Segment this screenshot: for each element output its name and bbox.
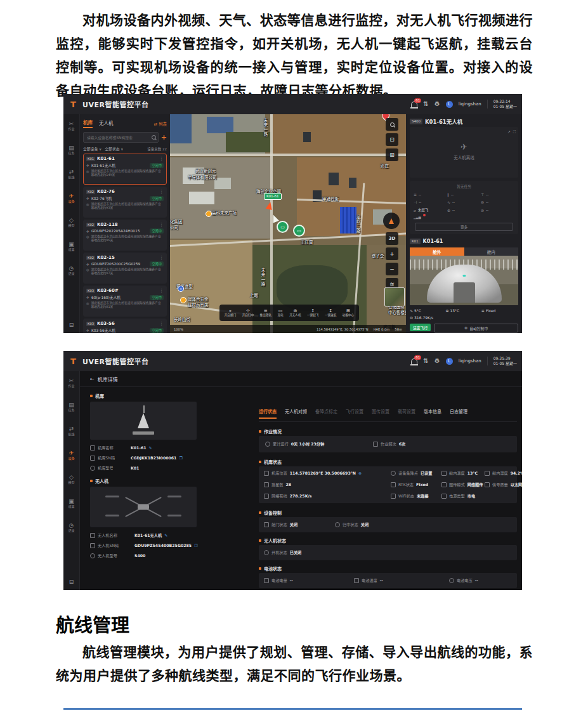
more-menu-icon[interactable]: ⋮: [159, 288, 164, 293]
function-center-button[interactable]: ⊞功能中心: [343, 308, 354, 317]
search-input[interactable]: [86, 135, 152, 140]
tab-flight-settings[interactable]: 飞行设置: [346, 408, 363, 419]
hangar-camera-view[interactable]: [410, 256, 518, 305]
nav-devices[interactable]: ✈设备: [63, 193, 79, 203]
nav-routes[interactable]: ⇄航线: [63, 426, 79, 436]
auto-control-button[interactable]: ⚙自动控制中: [434, 324, 518, 332]
map-zoom-out-button[interactable]: −: [386, 263, 398, 275]
results-icon: ▣: [63, 241, 79, 247]
map-label-street: 长岭山街: [174, 317, 190, 322]
poi-close[interactable]: ×: [178, 286, 184, 292]
data-transfer-icon[interactable]: ⇅: [423, 101, 428, 107]
tab-run-status[interactable]: 运行状态: [259, 408, 277, 419]
share-icon[interactable]: ↗: [507, 129, 511, 135]
fullscreen-icon[interactable]: ⛶: [513, 129, 516, 135]
nav-bottom[interactable]: ⊟: [63, 579, 79, 585]
tab-hangar[interactable]: 机库: [83, 119, 93, 128]
device-card[interactable]: K02K02-15⋮ ✈GDU9PZ20S200C25G0259空闲中 ◎湖北省…: [83, 253, 167, 284]
minimap[interactable]: [384, 287, 405, 306]
status-badge: 空闲中: [150, 261, 164, 266]
drone-video-placeholder[interactable]: ↗ ⛶ ✈ 无人机离线: [410, 127, 518, 178]
nav-results[interactable]: ▣成果: [63, 498, 79, 508]
copy-icon[interactable]: ❐: [179, 456, 182, 460]
more-menu-icon[interactable]: ⋮: [159, 321, 164, 326]
map-zoom-in-button[interactable]: +: [386, 247, 398, 260]
nav-routes[interactable]: ⇄航线: [63, 169, 79, 179]
hangar-photo: [90, 402, 197, 440]
map-compass[interactable]: [383, 213, 400, 229]
edit-icon[interactable]: ✎: [164, 533, 167, 537]
nav-tasks[interactable]: ▤任务: [63, 145, 79, 155]
poi-dot[interactable]: [206, 211, 212, 217]
nav-models[interactable]: ◇模型: [63, 474, 79, 484]
power-drone-button[interactable]: ⊜开无人机: [289, 308, 301, 317]
map-measure-dist-button[interactable]: ⊞: [386, 148, 398, 161]
device-card[interactable]: K01K01-61⋮ ✈K01-61无人机空闲中 ◎湖北省武汉市洪山区左岭街道光…: [83, 154, 167, 185]
tab-drone[interactable]: 无人机: [99, 119, 114, 128]
status-badge: 空闲中: [150, 196, 164, 201]
nav-records[interactable]: ◷记录: [63, 522, 79, 532]
center-button[interactable]: ⊹开启归中: [242, 308, 254, 317]
tab-log-mgmt[interactable]: 日志管理: [450, 408, 467, 419]
takeoff-button[interactable]: ↥一键起飞: [307, 308, 318, 317]
open-door-button[interactable]: ⌅开启舱门: [225, 308, 236, 317]
tab-video-settings[interactable]: 图传设置: [372, 408, 389, 419]
tab-cam-outside[interactable]: 舱外: [410, 247, 464, 256]
tab-payload-settings[interactable]: 载荷设置: [398, 408, 415, 419]
poi-dot[interactable]: [180, 297, 186, 303]
notifications-bell-icon[interactable]: 61: [411, 102, 417, 107]
nav-bottom[interactable]: ⊟: [63, 322, 79, 328]
nav-jobs[interactable]: ✂作业: [63, 121, 79, 131]
drone-icon: ✈: [86, 196, 89, 201]
notifications-bell-icon[interactable]: 61: [411, 358, 417, 364]
nav-jobs[interactable]: ✂作业: [63, 378, 79, 388]
settings-gear-icon[interactable]: ⚙: [434, 358, 440, 364]
filter-all-status[interactable]: 全部状态 ∨: [105, 146, 123, 152]
gps-icon: ⊕: [447, 208, 450, 213]
tab-pairing[interactable]: 无人机对频: [285, 408, 307, 419]
target-icon[interactable]: ⊕: [358, 471, 362, 475]
more-menu-icon[interactable]: ⋮: [159, 222, 164, 227]
charge-button[interactable]: ▭充电: [277, 308, 283, 317]
satellite-map[interactable]: 未来一路 武汉新创元 半导体有限公司 海创企业空间 高科未来广场 甲铺岭街 邓庄…: [170, 114, 406, 333]
nav-devices[interactable]: ✈设备: [63, 450, 79, 460]
drone-map-tag[interactable]: K01-61: [264, 193, 282, 200]
settings-gear-icon[interactable]: ⚙: [434, 101, 440, 107]
hangar-marker[interactable]: ▭: [293, 225, 305, 237]
telemetry-more-button[interactable]: 更多: [415, 223, 513, 231]
device-card[interactable]: K03K03-56⋮ ✈K03-56无人机空闲中: [83, 319, 167, 333]
rail-out-button[interactable]: ≡推出滑轨: [260, 308, 271, 317]
add-device-button[interactable]: +: [161, 133, 167, 141]
tab-cam-inside[interactable]: 舱内: [464, 247, 519, 256]
map-measure-area-button[interactable]: ⊡: [386, 133, 398, 146]
device-card[interactable]: K02K02-76⋮ ✈K02-76飞机空闲中 ◎湖北省武汉市洪山区左岭街道光谷…: [83, 187, 167, 218]
filter-all-devices[interactable]: 全部设备 ∨: [83, 146, 101, 152]
more-menu-icon[interactable]: ⋮: [159, 156, 164, 161]
device-card[interactable]: K03K03-60#⋮ ✈60(p-160)无人机空闲中 ◎湖北省武汉市洪山区左…: [83, 286, 167, 317]
drone-title: K01-61无人机: [425, 117, 462, 125]
return-home-button[interactable]: ↧一键返航: [325, 308, 336, 317]
back-arrow-icon[interactable]: ←: [90, 376, 95, 382]
device-search-box[interactable]: [83, 132, 159, 143]
user-avatar[interactable]: L: [446, 101, 453, 108]
hangar-dome: [427, 265, 502, 303]
more-menu-icon[interactable]: ⋮: [159, 255, 164, 260]
edit-icon[interactable]: ✎: [149, 445, 152, 450]
tab-version-info[interactable]: 版本信息: [424, 408, 441, 419]
data-transfer-icon[interactable]: ⇅: [423, 358, 428, 364]
nav-records[interactable]: ◷记录: [63, 265, 79, 275]
more-menu-icon[interactable]: ⋮: [159, 189, 164, 194]
user-avatar[interactable]: L: [446, 358, 453, 365]
map-3d-button[interactable]: 3D: [386, 232, 398, 245]
device-card[interactable]: K02K02-118⋮ ✈GDU9FS202205A24H0015空闲中 ◎湖北…: [83, 220, 167, 251]
map-search-button[interactable]: [386, 118, 398, 131]
hangar-marker[interactable]: ▭: [277, 221, 289, 233]
nav-models[interactable]: ◇模型: [63, 217, 79, 227]
copy-icon[interactable]: ❐: [194, 543, 197, 548]
tab-alt-landing[interactable]: 备降点标定: [315, 408, 337, 419]
battery-panel: 电池电量-- 电池温度-- 电池电压--: [259, 573, 517, 588]
nav-tasks[interactable]: ▤任务: [63, 402, 79, 412]
nav-results[interactable]: ▣成果: [63, 241, 79, 251]
section-uav: 无人机: [90, 478, 108, 484]
list-view-toggle[interactable]: ⇄ 列表: [154, 121, 167, 127]
